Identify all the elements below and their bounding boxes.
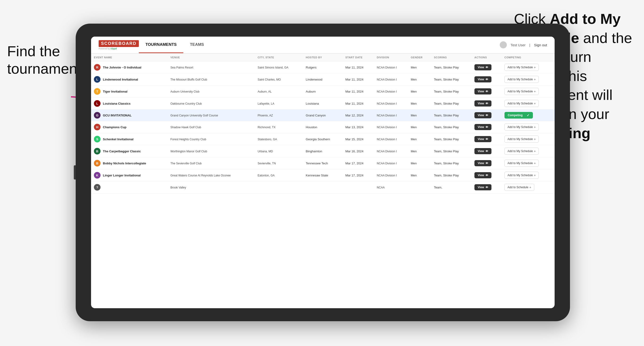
start-date-cell: Mar 17, 2024	[342, 169, 374, 181]
add-to-schedule-button[interactable]: Add to My Schedule +	[504, 124, 539, 131]
gender-cell	[408, 181, 431, 193]
start-date-cell: Mar 16, 2024	[342, 145, 374, 157]
view-button[interactable]: View 👁	[474, 100, 492, 107]
tab-tournaments[interactable]: TOURNAMENTS	[139, 37, 183, 53]
city-state-text: Urbana, MD	[258, 150, 273, 153]
view-button[interactable]: View 👁	[474, 184, 492, 190]
add-to-schedule-button[interactable]: Add to My Schedule +	[504, 64, 539, 71]
tablet-side-button	[74, 165, 76, 179]
venue-cell: Great Waters Course At Reynolds Lake Oco…	[168, 169, 255, 181]
division-text: NCAA	[377, 186, 384, 189]
scoring-cell: Team, Stroke Play	[431, 133, 472, 145]
scoring-cell: Team, Stroke Play	[431, 121, 472, 133]
competing-cell: Competing ✓	[502, 110, 554, 121]
venue-cell: Auburn University Club	[168, 85, 255, 98]
event-name-text: Schenkel Invitational	[103, 138, 134, 141]
table-row: S Schenkel Invitational Forest Heights C…	[91, 133, 554, 145]
city-state-text: Lafayette, LA	[258, 102, 274, 105]
division-cell: NCAA Division I	[374, 133, 408, 145]
venue-text: Shadow Hawk Golf Club	[170, 126, 201, 129]
actions-cell: View 👁	[472, 145, 502, 157]
col-city-state: CITY, STATE	[255, 54, 303, 61]
hosted-by-cell: Louisiana	[303, 98, 342, 110]
gender-cell: Men	[408, 133, 431, 145]
event-name-text: Linger Longer Invitational	[103, 173, 141, 177]
division-cell: NCAA Division I	[374, 85, 408, 98]
table-row: H Champions Cup Shadow Hawk Golf ClubRic…	[91, 121, 554, 133]
venue-text: Sea Palms Resort	[170, 66, 193, 69]
start-date-cell	[342, 181, 374, 193]
add-to-schedule-button[interactable]: Add to My Schedule +	[504, 160, 539, 167]
scoring-cell: Team,	[431, 181, 472, 193]
city-state-text: Statesboro, GA	[258, 138, 277, 141]
venue-text: Worthington Manor Golf Club	[170, 150, 207, 153]
event-name-cell: K Linger Longer Invitational	[91, 169, 168, 181]
division-text: NCAA Division I	[377, 150, 397, 153]
tab-teams[interactable]: TEAMS	[183, 37, 211, 53]
scoring-cell: Team, Stroke Play	[431, 98, 472, 110]
add-to-schedule-button[interactable]: Add to My Schedule +	[504, 148, 539, 155]
table-header-row: EVENT NAME VENUE CITY, STATE HOSTED BY S…	[91, 54, 554, 61]
gender-cell: Men	[408, 157, 431, 169]
venue-text: Forest Heights Country Club	[170, 138, 206, 141]
view-button[interactable]: View 👁	[474, 124, 492, 130]
add-to-schedule-button[interactable]: Add to My Schedule +	[504, 172, 539, 179]
gender-cell: Men	[408, 121, 431, 133]
city-state-cell: Eatonton, GA	[255, 169, 303, 181]
venue-cell: Shadow Hawk Golf Club	[168, 121, 255, 133]
plus-icon: +	[529, 185, 531, 189]
tablet-frame: SCOREBOARD Powered by clippd TOURNAMENTS…	[76, 24, 570, 321]
hosted-by-cell: Kennesaw State	[303, 169, 342, 181]
add-to-schedule-button[interactable]: Add to My Schedule +	[504, 136, 539, 143]
city-state-cell: Statesboro, GA	[255, 133, 303, 145]
view-button[interactable]: View 👁	[474, 88, 492, 94]
table-row: T Tiger Invitational Auburn University C…	[91, 85, 554, 98]
gender-cell: Men	[408, 85, 431, 98]
col-competing: COMPETING	[502, 54, 554, 61]
eye-icon: 👁	[486, 150, 488, 153]
division-cell: NCAA Division I	[374, 169, 408, 181]
view-button[interactable]: View 👁	[474, 112, 492, 118]
view-button[interactable]: View 👁	[474, 172, 492, 178]
add-to-schedule-button[interactable]: Add to My Schedule +	[504, 100, 539, 107]
competing-cell: Add to My Schedule +	[502, 61, 554, 73]
competing-cell: Add to My Schedule +	[502, 121, 554, 133]
scoring-cell: Team, Stroke Play	[431, 169, 472, 181]
competing-button[interactable]: Competing ✓	[504, 112, 533, 119]
division-cell: NCAA Division I	[374, 98, 408, 110]
add-to-schedule-button[interactable]: Add to Schedule +	[504, 184, 534, 191]
event-name-text: Bobby Nichols Intercollegiate	[103, 162, 146, 165]
event-name-text: Louisiana Classics	[103, 102, 130, 105]
venue-cell: Brook Valley	[168, 181, 255, 193]
team-logo: G	[94, 112, 100, 119]
add-to-schedule-label: Add to My Schedule	[508, 150, 533, 153]
division-cell: NCAA Division I	[374, 145, 408, 157]
division-cell: NCAA Division I	[374, 121, 408, 133]
view-button[interactable]: View 👁	[474, 76, 492, 82]
view-button[interactable]: View 👁	[474, 64, 492, 70]
venue-text: Brook Valley	[170, 186, 186, 189]
event-name-cell: L Lindenwood Invitational	[91, 73, 168, 85]
event-name-cell: H Champions Cup	[91, 121, 168, 133]
add-to-schedule-label: Add to My Schedule	[508, 138, 533, 141]
event-name-cell: R The Johnnie - O Individual	[91, 61, 168, 73]
plus-icon: +	[534, 77, 536, 81]
table-row: ? Brook ValleyNCAATeam, View 👁 Add to Sc…	[91, 181, 554, 193]
eye-icon: 👁	[486, 186, 488, 189]
app-header: SCOREBOARD Powered by clippd TOURNAMENTS…	[91, 37, 554, 54]
division-cell: NCAA Division I	[374, 61, 408, 73]
view-button[interactable]: View 👁	[474, 160, 492, 166]
gender-cell: Men	[408, 98, 431, 110]
competing-cell: Add to My Schedule +	[502, 157, 554, 169]
col-gender: GENDER	[408, 54, 431, 61]
col-hosted-by: HOSTED BY	[303, 54, 342, 61]
view-button[interactable]: View 👁	[474, 136, 492, 142]
view-button[interactable]: View 👁	[474, 148, 492, 154]
logo-text: SCOREBOARD	[98, 40, 139, 47]
actions-cell: View 👁	[472, 181, 502, 193]
signout-link[interactable]: Sign out	[534, 43, 547, 47]
start-date-cell: Mar 13, 2024	[342, 121, 374, 133]
scoring-cell: Team, Stroke Play	[431, 61, 472, 73]
add-to-schedule-button[interactable]: Add to My Schedule +	[504, 88, 539, 95]
add-to-schedule-button[interactable]: Add to My Schedule +	[504, 76, 539, 83]
